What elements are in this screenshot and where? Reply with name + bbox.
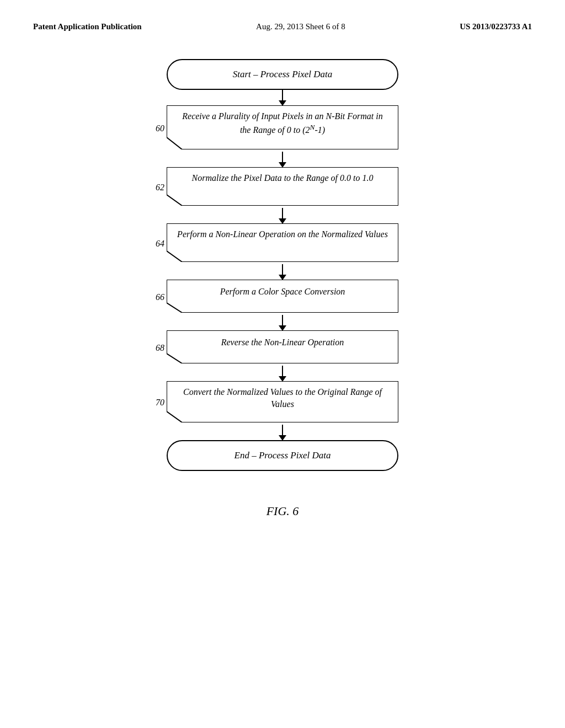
header: Patent Application Publication Aug. 29, … [33,22,532,31]
step-70-label: 70 [156,398,164,408]
flowchart-diagram: Start – Process Pixel Data 60 Receive a … [33,59,532,471]
step-64-svg: Perform a Non-Linear Operation on the No… [167,223,398,262]
step-62-svg: Normalize the Pixel Data to the Range of… [167,167,398,206]
start-box: Start – Process Pixel Data [167,59,398,90]
step-62-box-wrapper: Normalize the Pixel Data to the Range of… [167,167,398,208]
arrow-3 [139,208,426,223]
header-right: US 2013/0223733 A1 [460,22,532,31]
arrow-4 [139,264,426,280]
arrow-down-icon-2 [282,152,283,167]
step-64-box-wrapper: Perform a Non-Linear Operation on the No… [167,223,398,264]
step-64-label: 64 [156,239,164,249]
step-62-label: 62 [156,183,164,192]
step-70-row: 70 Convert the Normalized Values to the … [139,381,426,425]
figure-label: FIG. 6 [33,504,532,518]
end-node: End – Process Pixel Data [139,440,426,471]
arrow-down-icon-4 [282,264,283,280]
step-64-row: 64 Perform a Non-Linear Operation on the… [139,223,426,264]
step-60-box-wrapper: Receive a Plurality of Input Pixels in a… [167,105,398,152]
header-center: Aug. 29, 2013 Sheet 6 of 8 [256,22,345,31]
step-66-row: 66 Perform a Color Space Conversion [139,280,426,315]
step-60-label: 60 [156,124,164,133]
arrow-2 [139,152,426,167]
arrow-1 [139,90,426,105]
step-66-label: 66 [156,292,164,302]
step-68-box-wrapper: Reverse the Non-Linear Operation [167,330,398,366]
step-70-svg: Convert the Normalized Values to the Ori… [167,381,398,422]
step-66-box-wrapper: Perform a Color Space Conversion [167,280,398,315]
step-62-row: 62 Normalize the Pixel Data to the Range… [139,167,426,208]
header-left: Patent Application Publication [33,22,142,31]
arrow-down-icon-7 [282,425,283,440]
step-60-svg: Receive a Plurality of Input Pixels in a… [167,105,398,149]
arrow-5 [139,315,426,330]
arrow-down-icon-5 [282,315,283,330]
step-68-svg: Reverse the Non-Linear Operation [167,330,398,363]
start-label: Start – Process Pixel Data [233,69,333,79]
arrow-down-icon [282,90,283,105]
arrow-down-icon-3 [282,208,283,223]
arrow-7 [139,425,426,440]
end-label: End – Process Pixel Data [234,450,331,461]
start-node: Start – Process Pixel Data [139,59,426,90]
arrow-6 [139,366,426,381]
step-60-row: 60 Receive a Plurality of Input Pixels i… [139,105,426,152]
step-68-label: 68 [156,343,164,353]
end-box: End – Process Pixel Data [167,440,398,471]
page: Patent Application Publication Aug. 29, … [0,0,565,728]
arrow-down-icon-6 [282,366,283,381]
step-68-row: 68 Reverse the Non-Linear Operation [139,330,426,366]
step-70-box-wrapper: Convert the Normalized Values to the Ori… [167,381,398,425]
step-66-svg: Perform a Color Space Conversion [167,280,398,313]
